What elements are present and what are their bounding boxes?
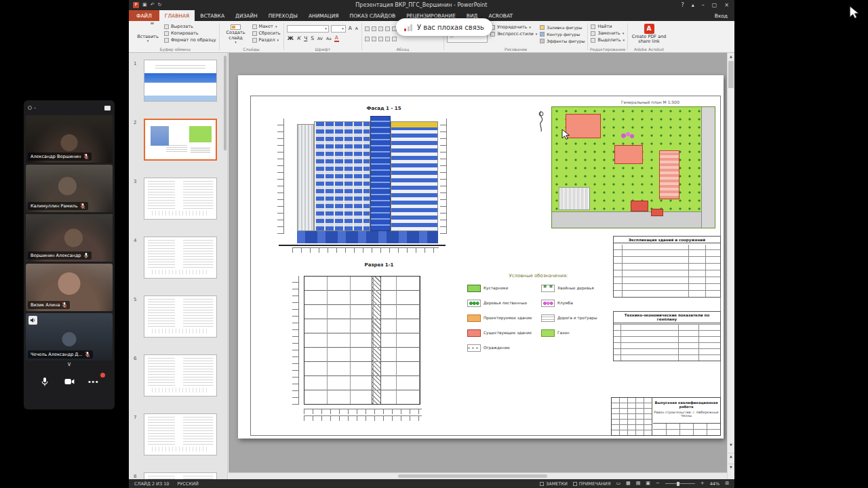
slide-thumbnail-2-selected[interactable] — [144, 119, 217, 161]
slide-thumbnail-8[interactable] — [144, 472, 217, 479]
tab-transitions[interactable]: ПЕРЕХОДЫ — [263, 10, 303, 21]
underline-button[interactable]: Ч — [303, 36, 308, 41]
horizontal-scrollbar[interactable] — [229, 472, 727, 479]
collapse-dash-icon[interactable]: - — [34, 105, 36, 111]
format-painter-button[interactable]: Формат по образцу — [164, 38, 216, 43]
language-indicator[interactable]: РУССКИЙ — [177, 481, 198, 487]
legend[interactable]: Условные обозначения: Кустарники Хвойные… — [467, 273, 610, 352]
section-drawing[interactable] — [287, 269, 453, 432]
slide-thumbnail-3[interactable] — [144, 178, 217, 220]
find-button[interactable]: Найти — [591, 24, 625, 29]
font-size-select[interactable]: ▾ — [331, 25, 346, 33]
shape-fill-button[interactable]: Заливка фигуры — [540, 25, 585, 30]
zoom-level[interactable]: 44% — [710, 481, 719, 487]
zoom-slider[interactable] — [665, 483, 695, 484]
technical-indicators-table[interactable]: Технико-экономические показатели по генп… — [613, 311, 721, 361]
save-icon[interactable]: ▣ — [142, 3, 147, 7]
slide-sorter-view-button[interactable]: ▦ — [626, 481, 631, 486]
indent-decrease-icon[interactable] — [378, 26, 383, 31]
close-icon[interactable]: × — [724, 3, 729, 8]
zoom-out-button[interactable]: − — [656, 481, 660, 486]
new-slide-button[interactable]: Создать слайд ▾ — [222, 22, 250, 45]
strikethrough-button[interactable]: S — [310, 36, 315, 41]
slide-thumbnail-4[interactable] — [144, 237, 217, 279]
help-icon[interactable]: ? — [681, 3, 684, 8]
copy-button[interactable]: Копировать — [164, 31, 216, 36]
zoom-slider-knob[interactable] — [677, 482, 679, 486]
quick-styles-button[interactable]: Экспресс-стили▾ — [490, 32, 537, 37]
paste-button[interactable]: Вставить ▾ — [134, 22, 161, 45]
more-options-button[interactable]: ••• — [84, 372, 103, 391]
popout-icon[interactable] — [104, 106, 111, 110]
numbering-icon[interactable] — [372, 26, 376, 31]
change-case-button[interactable]: Аа — [326, 37, 332, 41]
shrink-font-button[interactable]: А — [355, 26, 359, 30]
select-button[interactable]: Выделить▾ — [591, 38, 625, 43]
indent-increase-icon[interactable] — [385, 26, 390, 31]
ribbon-display-icon[interactable]: ▴ — [692, 3, 694, 8]
character-spacing-button[interactable]: AV — [317, 37, 323, 41]
collapse-participants-icon[interactable]: ∨ — [26, 361, 113, 369]
slide-canvas[interactable]: Фасад 1 - 15 Разрез 1-1 — [238, 75, 724, 439]
italic-button[interactable]: К — [296, 36, 301, 41]
camera-button[interactable] — [60, 372, 79, 391]
bullets-icon[interactable] — [365, 26, 370, 31]
fit-to-window-button[interactable]: ⊞ — [725, 481, 729, 486]
slide-thumbnail-5[interactable] — [144, 296, 217, 338]
justify-icon[interactable] — [385, 37, 390, 41]
replace-button[interactable]: Заменить▾ — [591, 31, 625, 36]
participant-tile-5[interactable]: Чечель Александр Д... — [26, 313, 113, 361]
bold-button[interactable]: Ж — [287, 36, 294, 41]
slideshow-view-button[interactable]: ▣ — [646, 481, 650, 486]
sign-in-button[interactable]: Вход — [715, 10, 728, 21]
cut-button[interactable]: Вырезать — [164, 24, 216, 29]
tab-file[interactable]: ФАЙЛ — [129, 10, 159, 21]
tab-home[interactable]: ГЛАВНАЯ — [159, 10, 195, 21]
comments-button[interactable]: ПРИМЕЧАНИЯ — [573, 481, 611, 487]
slide-thumbnail-1[interactable] — [144, 60, 217, 102]
tab-design[interactable]: ДИЗАЙН — [230, 10, 263, 21]
participant-tile-3-active-speaker[interactable]: Вершинин Александр — [26, 214, 113, 262]
mic-button[interactable] — [35, 372, 54, 391]
buildings-explication-table[interactable]: Экспликация зданий и сооружений — [613, 236, 721, 298]
tab-insert[interactable]: ВСТАВКА — [195, 10, 230, 21]
scroll-down-icon[interactable]: ▼ — [728, 442, 734, 447]
minimize-icon[interactable]: – — [702, 3, 705, 8]
grow-font-button[interactable]: А — [348, 26, 353, 31]
reading-view-button[interactable]: ▤ — [636, 481, 641, 486]
facade-drawing[interactable] — [277, 115, 447, 258]
align-left-icon[interactable] — [365, 37, 370, 41]
participant-tile-4[interactable]: Визик Алина — [26, 264, 113, 311]
participant-tile-1[interactable]: Александр Вершинин — [26, 115, 113, 163]
align-right-icon[interactable] — [378, 37, 383, 41]
scroll-up-icon[interactable]: ▲ — [728, 54, 734, 59]
align-center-icon[interactable] — [372, 37, 376, 41]
arrange-button[interactable]: Упорядочить▾ — [490, 25, 537, 30]
genplan-drawing[interactable] — [551, 106, 715, 228]
layout-button[interactable]: Макет▾ — [252, 24, 281, 29]
tab-animations[interactable]: АНИМАЦИЯ — [303, 10, 344, 21]
font-color-button[interactable]: А — [334, 35, 339, 42]
section-button[interactable]: Раздел▾ — [252, 38, 281, 43]
slide-thumbnail-6[interactable] — [144, 354, 217, 396]
normal-view-button[interactable]: ▭ — [616, 481, 620, 486]
shape-effects-button[interactable]: Эффекты фигуры — [540, 39, 585, 43]
reset-button[interactable]: Сбросить — [252, 31, 281, 36]
create-pdf-button[interactable]: A Create PDF and share link — [631, 22, 667, 45]
previous-slide-button[interactable]: ▲ — [728, 453, 734, 459]
thumbnails-scrollbar[interactable] — [224, 56, 226, 150]
tab-slideshow[interactable]: ПОКАЗ СЛАЙДОВ — [344, 10, 401, 21]
shape-outline-button[interactable]: Контур фигуры — [540, 32, 585, 37]
next-slide-button[interactable]: ▼ — [728, 464, 734, 470]
scrollbar-thumb[interactable] — [728, 61, 734, 88]
participant-tile-2[interactable]: Калимуллин Рамиль — [26, 165, 113, 212]
scrollbar-thumb[interactable] — [398, 474, 548, 478]
title-block[interactable]: Выпускная квалификационная работа Район … — [611, 397, 721, 436]
vertical-scrollbar[interactable]: ▲ ▼ ▲ ▼ — [727, 53, 734, 479]
notes-button[interactable]: ЗАМЕТКИ — [540, 481, 568, 487]
zoom-in-button[interactable]: + — [701, 481, 705, 486]
undo-icon[interactable]: ↶ — [151, 3, 155, 7]
columns-icon[interactable] — [392, 37, 397, 41]
font-name-select[interactable]: ▾ — [287, 25, 329, 33]
restore-icon[interactable]: ▢ — [712, 3, 717, 8]
